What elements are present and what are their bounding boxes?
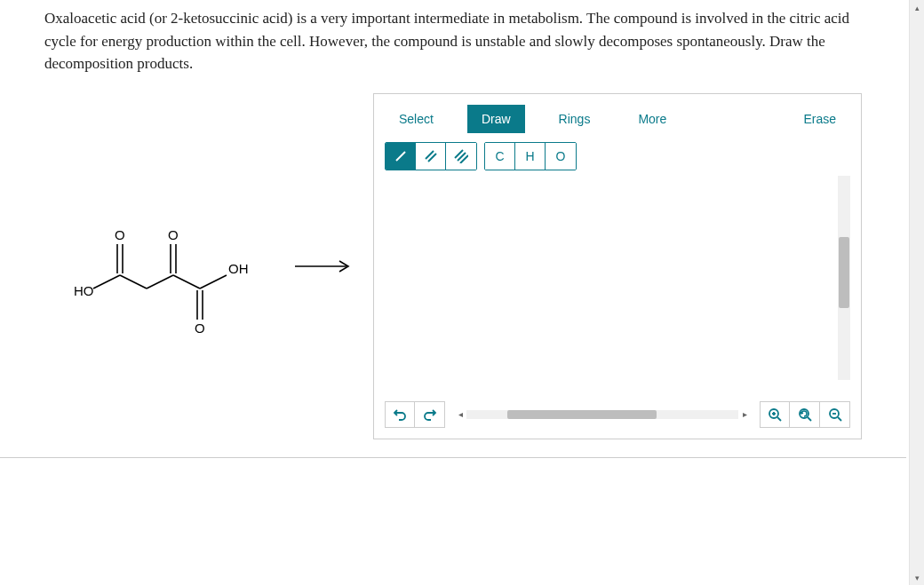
- reaction-arrow: [293, 257, 355, 275]
- svg-line-1: [120, 275, 147, 289]
- zoom-out-button[interactable]: [820, 401, 850, 428]
- label-ho: HO: [74, 283, 94, 298]
- page-vertical-scrollbar[interactable]: ▴ ▾: [909, 0, 924, 585]
- select-mode-button[interactable]: Select: [385, 105, 448, 133]
- page-scroll-down-arrow[interactable]: ▾: [910, 570, 924, 585]
- atom-tool-group: C H O: [484, 142, 577, 170]
- label-o1: O: [115, 227, 125, 242]
- hscroll-left-arrow[interactable]: ◂: [454, 408, 466, 421]
- more-mode-button[interactable]: More: [624, 105, 681, 133]
- page-container: Oxaloacetic acid (or 2-ketosuccinic acid…: [0, 0, 906, 585]
- svg-line-4: [200, 275, 227, 289]
- label-o3: O: [195, 320, 205, 336]
- hscroll-track[interactable]: [466, 410, 738, 419]
- canvas-vertical-scrollbar-thumb[interactable]: [839, 237, 849, 309]
- double-bond-button[interactable]: [416, 143, 446, 170]
- bond-tool-group: [385, 142, 477, 170]
- zoom-in-button[interactable]: [760, 401, 790, 428]
- svg-line-19: [777, 417, 781, 421]
- hscroll-right-arrow[interactable]: ▸: [738, 408, 751, 421]
- label-oh: OH: [228, 261, 249, 276]
- structure-editor: Select Draw Rings More Erase: [373, 93, 862, 439]
- hscroll-thumb[interactable]: [507, 410, 657, 419]
- work-area: HO O O O OH Select Draw: [44, 93, 862, 439]
- svg-line-3: [173, 275, 200, 289]
- reactant-structure: HO O O O OH: [44, 191, 275, 342]
- redo-button[interactable]: [415, 401, 445, 428]
- molecule-svg: HO O O O OH: [58, 191, 262, 342]
- hydrogen-atom-button[interactable]: H: [515, 143, 546, 170]
- draw-mode-button[interactable]: Draw: [467, 105, 525, 133]
- mode-toolbar: Select Draw Rings More Erase: [385, 105, 850, 133]
- bottom-controls: ◂ ▸: [385, 396, 850, 428]
- question-content: Oxaloacetic acid (or 2-ketosuccinic acid…: [0, 0, 906, 458]
- canvas-horizontal-scrollbar[interactable]: ◂ ▸: [454, 408, 751, 421]
- zoom-reset-button[interactable]: [790, 401, 820, 428]
- question-prompt: Oxaloacetic acid (or 2-ketosuccinic acid…: [44, 7, 862, 75]
- drawing-canvas[interactable]: [385, 176, 850, 396]
- svg-line-25: [838, 417, 841, 421]
- undo-button[interactable]: [385, 401, 415, 428]
- draw-tools-row: C H O: [385, 142, 850, 170]
- erase-mode-button[interactable]: Erase: [789, 105, 850, 133]
- svg-line-0: [93, 275, 120, 289]
- carbon-atom-button[interactable]: C: [485, 143, 515, 170]
- label-o2: O: [168, 227, 179, 242]
- canvas-vertical-scrollbar[interactable]: [838, 176, 850, 380]
- svg-line-12: [396, 152, 405, 161]
- single-bond-button[interactable]: [386, 143, 416, 170]
- page-scroll-up-arrow[interactable]: ▴: [910, 0, 924, 15]
- oxygen-atom-button[interactable]: O: [546, 143, 576, 170]
- svg-line-2: [147, 275, 173, 289]
- triple-bond-button[interactable]: [446, 143, 476, 170]
- rings-mode-button[interactable]: Rings: [545, 105, 605, 133]
- svg-line-23: [808, 417, 811, 421]
